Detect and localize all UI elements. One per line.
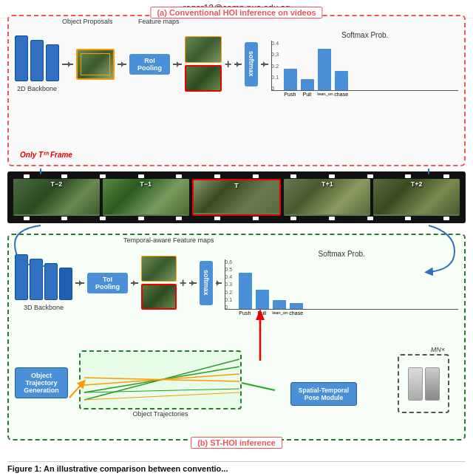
feat-b-img-1 xyxy=(141,256,177,282)
label-pull: Pull xyxy=(300,92,313,97)
arrow-1 xyxy=(62,64,73,65)
bar-b-push xyxy=(239,273,252,309)
bar-b-chase xyxy=(290,303,303,309)
backbone-3d-label: 3D Backbone xyxy=(24,304,64,311)
bar-chase xyxy=(335,71,348,90)
arrow-b-4 xyxy=(216,282,222,284)
backbone-2d-label: 2D Backbone xyxy=(17,85,57,92)
block-3d-3 xyxy=(44,263,58,300)
feature-maps-col-b xyxy=(141,256,177,310)
arrow-5 xyxy=(261,64,268,65)
block-3 xyxy=(46,44,59,81)
chart-top-title: Softmax Prob. xyxy=(271,31,458,39)
film-frame-t-1: T−1 xyxy=(103,179,189,216)
obj-proposals-label: Object Proposals xyxy=(62,18,113,25)
bar-pull xyxy=(301,79,314,90)
block-3d-4 xyxy=(59,268,72,300)
label-b-lean: lean_on xyxy=(272,310,285,316)
y-axis-bottom: 0.6 0.5 0.4 0.3 0.2 0.1 0 xyxy=(225,259,232,310)
bars-bottom xyxy=(225,259,458,310)
figure-caption-text: Figure 1: An illustrative comparison bet… xyxy=(7,464,228,473)
svg-line-3 xyxy=(84,378,239,381)
mn-label: MN× xyxy=(431,346,445,353)
block-3d-1 xyxy=(15,254,28,300)
svg-line-4 xyxy=(84,389,239,392)
object-proposals-area xyxy=(76,49,115,80)
chart-bottom-body: 0.6 0.5 0.4 0.3 0.2 0.1 0 xyxy=(225,259,458,316)
3d-stack xyxy=(15,254,72,300)
stp-module-box: Spatial-Temporal Pose Module xyxy=(290,382,357,406)
arrow-3 xyxy=(173,64,182,65)
bars-top xyxy=(271,41,458,91)
chart-bottom-title: Softmax Prob. xyxy=(225,250,458,258)
y-axis-top: 0.4 0.3 0.2 0.1 0 xyxy=(271,41,279,91)
bar-push xyxy=(284,69,297,90)
obj-traj-label: Object Trajectories xyxy=(132,410,188,418)
softmax-bottom: softmax xyxy=(200,261,213,305)
plus-sign-top: + xyxy=(225,58,231,70)
trajectory-svg xyxy=(81,352,240,408)
label-b-push: Push xyxy=(238,310,251,316)
bar-b-pull xyxy=(256,290,269,309)
feature-maps-col xyxy=(185,36,222,92)
only-t-frame-label: Only Tᵗʰ Frame xyxy=(20,151,72,159)
arrow-2 xyxy=(118,64,126,65)
feat-img-2 xyxy=(185,65,222,92)
feat-img-1 xyxy=(185,36,222,63)
arrow-b-1 xyxy=(75,282,84,284)
obj-proposal-img xyxy=(76,49,115,80)
obj-traj-region: Object Trajectories xyxy=(79,350,242,409)
block-1 xyxy=(15,35,28,81)
page-container: roger12@comp.nus.edu.sg (a) Conventional… xyxy=(0,0,473,476)
backbone-3d: 3D Backbone xyxy=(15,254,72,311)
arrow-4 xyxy=(234,64,242,65)
pose-card-2 xyxy=(425,367,440,401)
label-b-chase: chase xyxy=(289,310,302,316)
bar-lean xyxy=(318,49,331,90)
film-frame-t: T xyxy=(192,179,282,216)
film-frame-t-2: T−2 xyxy=(13,179,100,216)
label-push: Push xyxy=(283,92,296,97)
bar-chart-bottom: Softmax Prob. 0.6 0.5 0.4 0.3 0.2 0.1 0 xyxy=(225,250,458,316)
feat-b-img-2 xyxy=(141,284,177,310)
chart-top-body: 0.4 0.3 0.2 0.1 0 Push Pull xyxy=(271,41,458,97)
bar-b-lean xyxy=(273,300,286,309)
softmax-top: softmax xyxy=(245,42,258,86)
2d-stack xyxy=(15,35,59,81)
roi-pooling-box: RoI Pooling xyxy=(129,54,170,75)
bar-chart-top: Softmax Prob. 0.4 0.3 0.2 0.1 0 xyxy=(271,31,458,97)
feature-maps-label: Feature maps xyxy=(138,18,180,25)
toi-pooling-box: ToI Pooling xyxy=(87,273,128,293)
section-b-label: (b) ST-HOI inference xyxy=(191,437,282,449)
perforations-bottom xyxy=(7,217,466,220)
pose-card-1 xyxy=(408,367,423,401)
bar-labels-bottom: Push Pull lean_on chase xyxy=(225,310,458,316)
arrow-b-2 xyxy=(131,282,138,284)
pose-cards xyxy=(408,367,440,401)
svg-line-7 xyxy=(242,383,275,390)
block-3d-2 xyxy=(30,259,43,300)
obj-traj-gen-box: Object Trajectory Generation xyxy=(15,367,68,398)
bottom-main-row: 3D Backbone ToI Pooling + xyxy=(15,250,458,316)
section-a: (a) Conventional HOI inference on videos… xyxy=(7,15,466,166)
temporal-aware-label: Temporal-aware Feature maps xyxy=(123,237,214,244)
section-a-label: (a) Conventional HOI inference on videos xyxy=(150,7,322,18)
label-b-pull: Pull xyxy=(255,310,268,316)
backbone-2d: 2D Backbone xyxy=(15,35,59,92)
section-b: (b) ST-HOI inference Temporal-aware Feat… xyxy=(7,234,466,441)
film-frame-t-plus-1: T+1 xyxy=(284,179,370,216)
top-main-row: 2D Backbone RoI Pooling xyxy=(15,31,458,97)
label-lean: lean_on xyxy=(317,92,330,97)
figure-caption: Figure 1: An illustrative comparison bet… xyxy=(7,461,466,473)
block-2 xyxy=(30,40,44,81)
mn-stack: MN× xyxy=(398,354,449,413)
perforations-top xyxy=(7,174,466,178)
film-strip: T−2 T−1 T T+1 T+2 xyxy=(7,171,466,223)
film-frame-t-plus-2: T+2 xyxy=(373,179,460,216)
plus-sign-bottom: + xyxy=(180,277,186,289)
arrow-b-3 xyxy=(189,282,197,284)
bar-labels-top: Push Pull lean_on chase xyxy=(271,92,458,97)
label-chase: chase xyxy=(334,92,347,97)
